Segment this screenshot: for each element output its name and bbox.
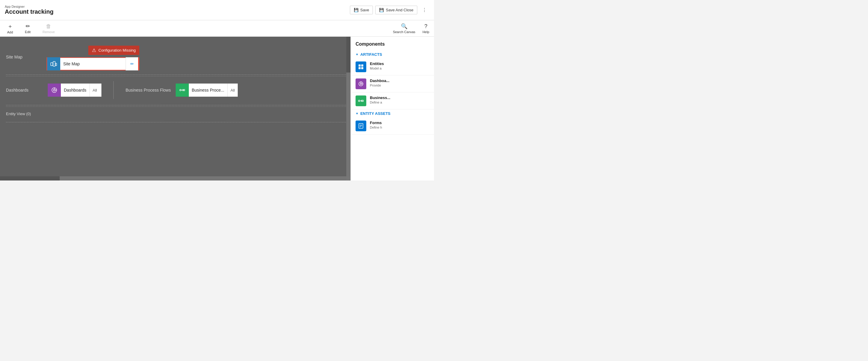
entities-text-group: Entities Model a — [370, 61, 429, 70]
add-toolbar-item[interactable]: ＋ Add — [5, 22, 16, 35]
save-icon: 💾 — [354, 8, 359, 12]
artifacts-label: ARTIFACTS — [360, 52, 382, 57]
pencil-icon: ✏ — [130, 61, 134, 66]
entities-icon — [355, 61, 366, 72]
search-canvas-label: Search Canvas — [393, 30, 415, 34]
svg-point-18 — [359, 100, 360, 102]
forms-name: Forms — [370, 121, 429, 125]
dashboards-sidebar-name: Dashboa... — [370, 79, 429, 83]
business-process-card[interactable]: Business Proce... All — [176, 84, 238, 97]
entity-assets-chevron-icon: ▼ — [355, 112, 359, 115]
edit-label: Edit — [25, 30, 31, 34]
dashboards-component-item[interactable]: Dashboa... Provide — [351, 76, 434, 92]
app-designer-label: App Designer — [5, 5, 53, 8]
entities-desc: Model a — [370, 66, 429, 70]
more-options-button[interactable]: ⋮ — [420, 5, 429, 15]
add-icon: ＋ — [7, 23, 13, 30]
edit-icon: ✏ — [26, 23, 30, 30]
entities-component-item[interactable]: Entities Model a — [351, 58, 434, 76]
entity-assets-label: ENTITY ASSETS — [360, 111, 391, 116]
entity-section: Entity View (0) — [6, 107, 350, 121]
business-process-group: Business Process Flows Business Proce... — [126, 84, 238, 97]
add-label: Add — [7, 30, 13, 34]
vertical-scrollbar[interactable] — [346, 37, 350, 176]
toolbar: ＋ Add ✏ Edit 🗑 Remove 🔍 Search Canvas ? … — [0, 20, 434, 37]
forms-icon — [355, 121, 366, 131]
svg-rect-12 — [359, 67, 361, 69]
dashboards-sidebar-icon — [355, 79, 366, 89]
save-button[interactable]: 💾 Save — [350, 6, 373, 14]
dashboards-card-text: Dashboards — [61, 88, 90, 92]
entity-assets-section-header[interactable]: ▼ ENTITY ASSETS — [351, 110, 434, 118]
config-missing-banner: ⚠ Configuration Missing — [88, 46, 139, 55]
horizontal-scrollbar[interactable] — [0, 176, 346, 181]
help-item[interactable]: ? Help — [422, 23, 429, 34]
horizontal-scroll-thumb[interactable] — [0, 176, 60, 181]
svg-rect-0 — [51, 63, 53, 66]
svg-rect-13 — [361, 67, 363, 69]
help-icon: ? — [425, 23, 428, 30]
svg-rect-1 — [53, 61, 55, 66]
save-close-label: Save And Close — [386, 8, 413, 12]
business-process-component-item[interactable]: Business... Define a — [351, 92, 434, 110]
section-divider — [113, 81, 114, 99]
app-title: Account tracking — [5, 8, 53, 15]
remove-toolbar-item[interactable]: 🗑 Remove — [40, 22, 57, 35]
dashboards-text-group: Dashboa... Provide — [370, 79, 429, 87]
help-label: Help — [422, 30, 429, 34]
business-process-text-group: Business... Define a — [370, 95, 429, 104]
dashboards-sidebar-desc: Provide — [370, 84, 429, 87]
svg-rect-11 — [361, 64, 363, 66]
sitemap-card-text: Site Map — [60, 61, 126, 66]
sitemap-card-icon — [47, 57, 60, 70]
svg-point-15 — [360, 83, 362, 85]
forms-text-group: Forms Define h — [370, 121, 429, 129]
artifacts-chevron-icon: ▼ — [355, 53, 359, 56]
scrollbar-corner — [346, 176, 350, 181]
business-process-sidebar-desc: Define a — [370, 100, 429, 104]
svg-point-7 — [180, 90, 181, 91]
dashboards-row-label: Dashboards — [6, 88, 42, 92]
remove-label: Remove — [43, 30, 55, 34]
toolbar-left: ＋ Add ✏ Edit 🗑 Remove — [5, 22, 57, 35]
dashboards-section: Dashboards Dashboards All — [6, 76, 350, 104]
artifacts-section-header[interactable]: ▼ ARTIFACTS — [351, 51, 434, 58]
forms-component-item[interactable]: Forms Define h — [351, 118, 434, 134]
sitemap-card[interactable]: Site Map ✏ — [46, 57, 139, 70]
forms-desc: Define h — [370, 126, 429, 129]
svg-point-4 — [53, 89, 55, 91]
canvas-content: Site Map ⚠ Configuration Missing — [0, 37, 350, 129]
sitemap-section: Site Map ⚠ Configuration Missing — [6, 40, 350, 73]
dashboards-card-icon — [48, 84, 61, 97]
config-missing-text: Configuration Missing — [98, 48, 136, 53]
warning-triangle-icon: ⚠ — [92, 48, 96, 53]
header: App Designer Account tracking 💾 Save 💾 S… — [0, 0, 434, 20]
search-canvas-item[interactable]: 🔍 Search Canvas — [393, 23, 415, 34]
more-icon: ⋮ — [422, 7, 427, 13]
svg-rect-10 — [359, 64, 361, 66]
header-right: 💾 Save 💾 Save And Close ⋮ — [350, 5, 429, 15]
business-process-row-label: Business Process Flows — [126, 88, 171, 92]
canvas-wrapper: Site Map ⚠ Configuration Missing — [0, 37, 434, 181]
search-icon: 🔍 — [401, 23, 407, 30]
business-process-sidebar-name: Business... — [370, 95, 429, 100]
save-close-icon: 💾 — [379, 8, 384, 12]
sitemap-edit-button[interactable]: ✏ — [126, 57, 139, 70]
business-process-all-button[interactable]: All — [227, 84, 238, 97]
vertical-scroll-thumb[interactable] — [346, 37, 350, 72]
components-title: Components — [351, 40, 434, 51]
sitemap-row-label: Site Map — [6, 46, 42, 59]
entity-view-label: Entity View (0) — [6, 112, 31, 116]
canvas-main[interactable]: Site Map ⚠ Configuration Missing — [0, 37, 350, 181]
dashboards-card[interactable]: Dashboards All — [48, 84, 101, 97]
edit-toolbar-item[interactable]: ✏ Edit — [23, 22, 33, 35]
toolbar-right: 🔍 Search Canvas ? Help — [393, 23, 429, 34]
dashboards-all-button[interactable]: All — [90, 84, 100, 97]
svg-rect-2 — [56, 63, 57, 66]
business-process-card-text: Business Proce... — [189, 88, 227, 92]
trash-icon: 🗑 — [46, 23, 51, 30]
save-and-close-button[interactable]: 💾 Save And Close — [375, 6, 417, 14]
save-label: Save — [360, 8, 369, 12]
entities-name: Entities — [370, 61, 429, 66]
business-process-card-icon — [176, 84, 189, 97]
